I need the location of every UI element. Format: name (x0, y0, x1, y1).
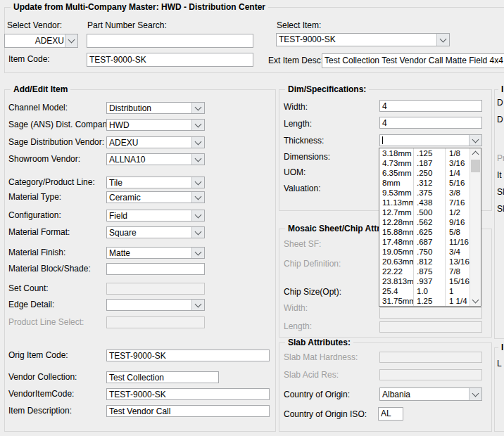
thickness-fraction: 3/4 (446, 247, 470, 257)
thickness-mm: 31.75mm (379, 296, 414, 306)
material-format-label: Material Format: (8, 228, 70, 237)
set-count-input (106, 283, 205, 295)
edge-detail-dropdown-button[interactable] (191, 300, 204, 310)
thickness-mm: 23.813mm (379, 276, 414, 286)
sage-dist-company-combobox[interactable]: HWD (106, 119, 205, 131)
edge-detail-combobox[interactable] (106, 299, 205, 311)
dim-length-input[interactable]: 4 (379, 117, 482, 129)
chevron-down-icon (195, 228, 202, 235)
country-of-origin-combobox[interactable]: Albania (379, 387, 482, 401)
thickness-fraction: 1/8 (446, 148, 470, 158)
vendor-collection-label: Vendor Collection: (8, 373, 77, 382)
select-item-value: TEST-9000-SK (279, 34, 436, 45)
thickness-option[interactable]: 12.7mm.5001/2 (379, 207, 470, 217)
material-format-combobox[interactable]: Square (106, 226, 205, 238)
thickness-option[interactable]: 8mm.3125/16 (379, 178, 470, 188)
sage-dist-company-dropdown-button[interactable] (191, 120, 204, 130)
thickness-fraction: 9/16 (446, 217, 470, 227)
material-finish-dropdown-button[interactable] (191, 248, 204, 258)
material-finish-combobox[interactable]: Matte (106, 247, 205, 259)
orig-item-code-input[interactable]: TEST-9000-SK (106, 350, 270, 361)
showroom-vendor-combobox[interactable]: ALLNA10 (106, 153, 205, 165)
material-format-dropdown-button[interactable] (191, 227, 204, 238)
thickness-option[interactable]: 9.53mm.3753/8 (379, 188, 470, 198)
thickness-option[interactable]: 23.813mm.93715/16 (379, 276, 470, 286)
slab-mat-hardness-label: Slab Mat Hardness: (284, 353, 358, 362)
mosaic-width-label: Width: (284, 304, 308, 313)
add-edit-item-title: Add/Edit Item (11, 84, 70, 94)
thickness-dropdown-button[interactable] (469, 135, 481, 146)
ext-item-desc-input[interactable]: Test Collection Test Vendor Call Matte F… (322, 53, 504, 68)
thickness-fraction: 5/8 (446, 227, 470, 237)
thickness-option[interactable]: 12.28mm.5629/16 (379, 217, 470, 227)
dim-length-label: Length: (284, 120, 312, 129)
window-title: Update from Multi-Company Master: HWD - … (11, 2, 268, 12)
thickness-fraction: 1/2 (446, 207, 470, 217)
material-type-combobox[interactable]: Ceramic (106, 191, 205, 203)
material-type-dropdown-button[interactable] (191, 192, 204, 203)
chip-definition-label: Chip Definition: (284, 259, 341, 269)
chevron-down-icon (195, 120, 202, 127)
sage-dist-vendor-label: Sage Distribution Vendor: (8, 138, 104, 147)
thickness-option[interactable]: 15.88mm.6255/8 (379, 227, 470, 237)
sage-dist-vendor-combobox[interactable]: ADEXU (106, 136, 205, 148)
select-vendor-combobox[interactable]: ADEXU (4, 34, 78, 48)
slab-mat-hardness-input (379, 352, 482, 363)
part-number-search-input[interactable] (87, 34, 253, 48)
select-item-dropdown-button[interactable] (436, 34, 449, 46)
configuration-dropdown-button[interactable] (191, 210, 204, 221)
thickness-option[interactable]: 20.63mm.81213/16 (379, 257, 470, 267)
thickness-combobox[interactable] (379, 134, 482, 146)
mosaic-length-label: Length: (284, 322, 312, 331)
channel-model-value: Distribution (109, 103, 191, 113)
vendor-item-code-input[interactable]: TEST-9000-SK (106, 388, 270, 400)
select-item-combobox[interactable]: TEST-9000-SK (276, 33, 450, 46)
vendor-collection-input[interactable]: Test Collection (106, 371, 219, 383)
thickness-value (382, 136, 468, 145)
thickness-option[interactable]: 17.48mm.68711/16 (379, 237, 470, 247)
material-block-shade-input[interactable] (106, 263, 205, 275)
sage-dist-vendor-dropdown-button[interactable] (191, 137, 204, 148)
thickness-option[interactable]: 4.73mm.1873/16 (379, 158, 470, 168)
thickness-option[interactable]: 6.35mm.2501/4 (379, 168, 470, 178)
thickness-option[interactable]: 3.18mm.1251/8 (379, 148, 470, 158)
thickness-decimal: .562 (414, 217, 446, 227)
thickness-fraction: 7/16 (446, 198, 470, 207)
right-panel-label-3: Pr (497, 154, 504, 163)
thickness-option[interactable]: 22.22.8757/8 (379, 267, 470, 276)
select-item-label: Select Item: (277, 21, 321, 30)
country-of-origin-dropdown-button[interactable] (469, 388, 481, 400)
item-code-input[interactable]: TEST-9000-SK (87, 53, 253, 67)
category-product-line-dropdown-button[interactable] (191, 177, 204, 188)
ext-item-desc-label: Ext Item Desc: (268, 56, 323, 65)
chevron-down-icon (472, 390, 479, 397)
select-vendor-dropdown-button[interactable] (65, 34, 77, 47)
dim-width-input[interactable]: 4 (379, 100, 482, 112)
thickness-option[interactable]: 19.05mm.7503/4 (379, 247, 470, 257)
channel-model-combobox[interactable]: Distribution (106, 102, 205, 114)
chevron-down-icon (195, 138, 202, 145)
slab-acid-res-input (379, 369, 482, 380)
thickness-fraction: 15/16 (446, 276, 470, 286)
showroom-vendor-label: Showroom Vendor: (8, 155, 80, 164)
chip-size-label: Chip Size(Opt): (284, 288, 341, 297)
thickness-decimal: .875 (414, 267, 446, 276)
country-of-origin-iso-input[interactable]: AL (378, 407, 403, 421)
scrollbar-thumb[interactable] (471, 160, 480, 172)
thickness-option[interactable]: 31.75mm1.251 1/4 (379, 296, 470, 306)
scroll-down-button[interactable] (470, 296, 481, 306)
list-scrollbar[interactable] (470, 148, 481, 306)
thickness-mm: 25.4 (379, 286, 414, 296)
thickness-mm: 17.48mm (379, 237, 414, 247)
sage-dist-company-label: Sage (ANS) Dist. Company: (8, 120, 113, 129)
thickness-mm: 3.18mm (379, 148, 414, 158)
thickness-option[interactable]: 11.13mm.4387/16 (379, 198, 470, 207)
slab-acid-res-label: Slab Acid Res: (284, 371, 339, 380)
configuration-combobox[interactable]: Field (106, 210, 205, 222)
channel-model-dropdown-button[interactable] (191, 103, 204, 113)
category-product-line-combobox[interactable]: Tile (106, 177, 205, 188)
thickness-option[interactable]: 25.41.01 (379, 286, 470, 296)
scroll-up-button[interactable] (470, 148, 481, 158)
item-description-input[interactable]: Test Vendor Call (106, 405, 270, 417)
showroom-vendor-dropdown-button[interactable] (191, 154, 204, 165)
